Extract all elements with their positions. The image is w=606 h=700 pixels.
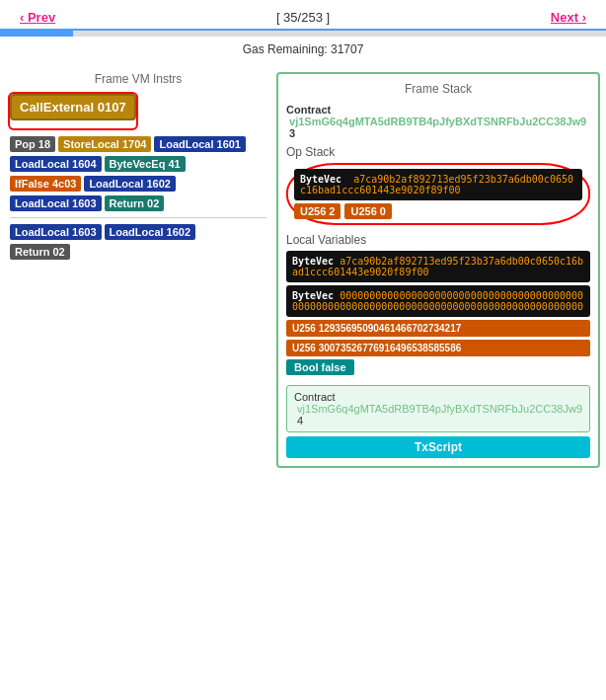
next-button[interactable]: Next › xyxy=(551,10,586,25)
badge-loadlocal-1603: LoadLocal 1603 xyxy=(10,195,102,211)
badge-byteveceq-41: ByteVecEq 41 xyxy=(105,156,186,172)
gas-remaining: Gas Remaining: 31707 xyxy=(0,37,606,62)
frame-vm-instrs-title: Frame VM Instrs xyxy=(10,72,266,86)
badge-loadlocal-1601: LoadLocal 1601 xyxy=(154,136,246,152)
local-vars-list: ByteVec a7ca90b2af892713ed95f23b37a6db00… xyxy=(286,251,590,379)
lv-u256-2: U256 12935695090461466702734217 xyxy=(286,320,590,337)
prev-button[interactable]: ‹ Prev xyxy=(20,10,55,25)
badge-storelocal-1704: StoreLocal 1704 xyxy=(58,136,151,152)
bytevec-main-value: a7ca90b2af892713ed95f23b37a6db00c0650c16… xyxy=(300,174,573,195)
contract1-number: 3 xyxy=(289,127,295,139)
badge-loadlocal-1603: LoadLocal 1603 xyxy=(10,224,102,240)
contract1-label: Contract xyxy=(286,104,331,116)
badge-loadlocal-1602: LoadLocal 1602 xyxy=(84,176,176,192)
nav-bar: ‹ Prev [ 35/253 ] Next › xyxy=(0,0,606,31)
u256-badge-0: U256 2 xyxy=(294,203,341,219)
op-stack-title: Op Stack xyxy=(286,145,590,159)
lv-bool-4: Bool false xyxy=(286,359,354,375)
badge-loadlocal-1602: LoadLocal 1602 xyxy=(105,224,196,240)
instr-row-0: Pop 18StoreLocal 1704LoadLocal 1601 xyxy=(10,136,266,152)
contract2-header: Contract vj1SmG6q4gMTA5dRB9TB4pJfyBXdTSN… xyxy=(286,385,590,432)
instr-row-4: LoadLocal 1603LoadLocal 1602 xyxy=(10,224,266,240)
badge-loadlocal-1604: LoadLocal 1604 xyxy=(10,156,102,172)
bytevec-main: ByteVec a7ca90b2af892713ed95f23b37a6db00… xyxy=(294,169,582,200)
frame-stack-title: Frame Stack xyxy=(286,82,590,96)
contract2-address: vj1SmG6q4gMTA5dRB9TB4pJfyBXdTSNRFbJu2CC3… xyxy=(297,403,582,415)
txscript-badge: TxScript xyxy=(286,436,590,458)
instr-row-5: Return 02 xyxy=(10,244,266,260)
instr-row-1: LoadLocal 1604ByteVecEq 41 xyxy=(10,156,266,172)
instruction-rows: Pop 18StoreLocal 1704LoadLocal 1601LoadL… xyxy=(10,136,266,260)
badge-iffalse-4c03: IfFalse 4c03 xyxy=(10,176,81,192)
lv-u256-3: U256 30073526776916496538585586 xyxy=(286,340,590,356)
badge-return-02: Return 02 xyxy=(105,195,165,211)
op-stack-area: ByteVec a7ca90b2af892713ed95f23b37a6db00… xyxy=(286,163,590,225)
main-layout: Frame VM Instrs CallExternal 0107 Pop 18… xyxy=(0,62,606,478)
left-panel: Frame VM Instrs CallExternal 0107 Pop 18… xyxy=(10,72,266,468)
call-external-badge: CallExternal 0107 xyxy=(10,94,136,120)
contract1-address: vj1SmG6q4gMTA5dRB9TB4pJfyBXdTSNRFbJu2CC3… xyxy=(289,116,586,127)
bytevec-main-label: ByteVec xyxy=(300,174,341,185)
lv-bytevec-0: ByteVec a7ca90b2af892713ed95f23b37a6db00… xyxy=(286,251,590,282)
instr-row-2: IfFalse 4c03LoadLocal 1602 xyxy=(10,176,266,192)
contract1-header: Contract vj1SmG6q4gMTA5dRB9TB4pJfyBXdTSN… xyxy=(286,104,590,139)
right-panel: Frame Stack Contract vj1SmG6q4gMTA5dRB9T… xyxy=(276,72,600,468)
local-vars-title: Local Variables xyxy=(286,233,590,247)
lv-bytevec-1: ByteVec 00000000000000000000000000000000… xyxy=(286,285,590,317)
contract2-label: Contract xyxy=(294,391,336,403)
badge-pop-18: Pop 18 xyxy=(10,136,55,152)
badge-return-02: Return 02 xyxy=(10,244,70,260)
nav-counter: [ 35/253 ] xyxy=(276,10,330,25)
u256-row: U256 2U256 0 xyxy=(294,203,582,219)
u256-badge-1: U256 0 xyxy=(344,203,391,219)
red-ellipse: ByteVec a7ca90b2af892713ed95f23b37a6db00… xyxy=(286,163,590,225)
contract2-number: 4 xyxy=(297,415,303,427)
instr-row-3: LoadLocal 1603Return 02 xyxy=(10,195,266,211)
